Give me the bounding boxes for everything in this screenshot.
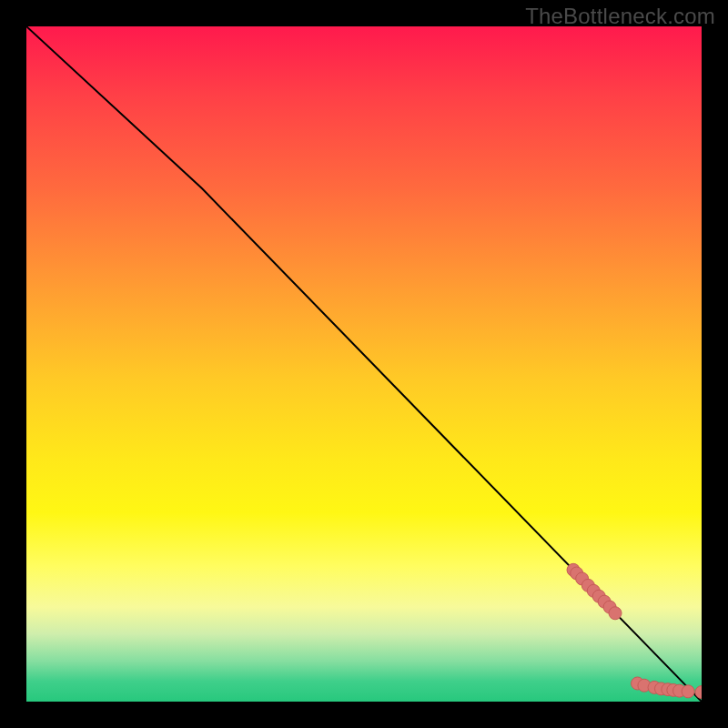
chart-frame: TheBottleneck.com [0,0,728,728]
svg-point-16 [682,685,694,698]
scatter-points [567,563,702,698]
plot-area [26,26,702,702]
plot-svg [26,26,702,702]
watermark-text: TheBottleneck.com [525,4,715,29]
svg-point-8 [609,607,622,620]
